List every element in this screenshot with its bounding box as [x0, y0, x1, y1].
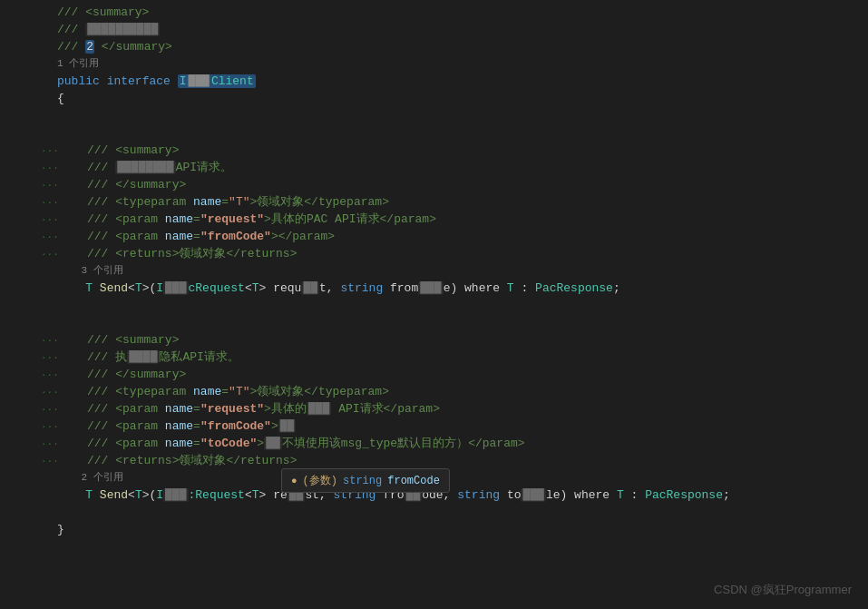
code-line: ··· /// <typeparam name="T">领域对象</typepa… — [0, 383, 868, 400]
code-line: /// ██████████ — [0, 21, 868, 38]
code-line — [0, 504, 868, 521]
tooltip-param: fromCode — [387, 475, 440, 487]
code-line: /// 2 </summary> — [0, 38, 868, 55]
code-line — [0, 107, 868, 124]
code-line: ··· /// <typeparam name="T">领域对象</typepa… — [0, 193, 868, 211]
code-line: /// <summary> — [0, 4, 868, 21]
watermark: CSDN @疯狂Programmer — [714, 582, 852, 598]
code-line — [0, 297, 868, 314]
ref-count-line: 1 个引用 — [0, 55, 868, 73]
code-line: ··· /// 执████隐私API请求。 — [0, 349, 868, 366]
code-line: { — [0, 90, 868, 107]
code-line: public interface I███Client — [0, 73, 868, 90]
tooltip-prefix: (参数) — [303, 473, 337, 488]
code-line: ··· /// </summary> — [0, 176, 868, 193]
code-line: T Send<T>(I███cRequest<T> requ██t, strin… — [0, 280, 868, 297]
code-line: ··· /// <returns>领域对象</returns> — [0, 245, 868, 262]
code-line: } — [0, 521, 868, 538]
code-line: ··· /// <param name="request">具体的███ API… — [0, 400, 868, 417]
code-line: ··· /// <param name="fromCode">██ — [0, 417, 868, 435]
code-line — [0, 314, 868, 331]
tooltip-icon: ● — [291, 476, 297, 486]
code-line: ··· /// <summary> — [0, 142, 868, 159]
ref-count-line: 3 个引用 — [0, 262, 868, 280]
code-line: ··· /// <param name="fromCode"></param> — [0, 228, 868, 245]
tooltip: ● (参数) string fromCode — [281, 468, 450, 493]
code-line: ··· /// </summary> — [0, 366, 868, 383]
code-line: ··· /// <returns>领域对象</returns> — [0, 452, 868, 469]
code-line: ··· /// <summary> — [0, 331, 868, 349]
code-line — [0, 124, 868, 142]
code-line: ··· /// ████████API请求。 — [0, 159, 868, 176]
code-line: ··· /// <param name="toCode">██不填使用该msg_… — [0, 435, 868, 452]
tooltip-type: string — [343, 475, 382, 487]
code-editor: /// <summary> /// ██████████ /// 2 </sum… — [0, 0, 868, 609]
code-line: ··· /// <param name="request">具体的PAC API… — [0, 211, 868, 228]
